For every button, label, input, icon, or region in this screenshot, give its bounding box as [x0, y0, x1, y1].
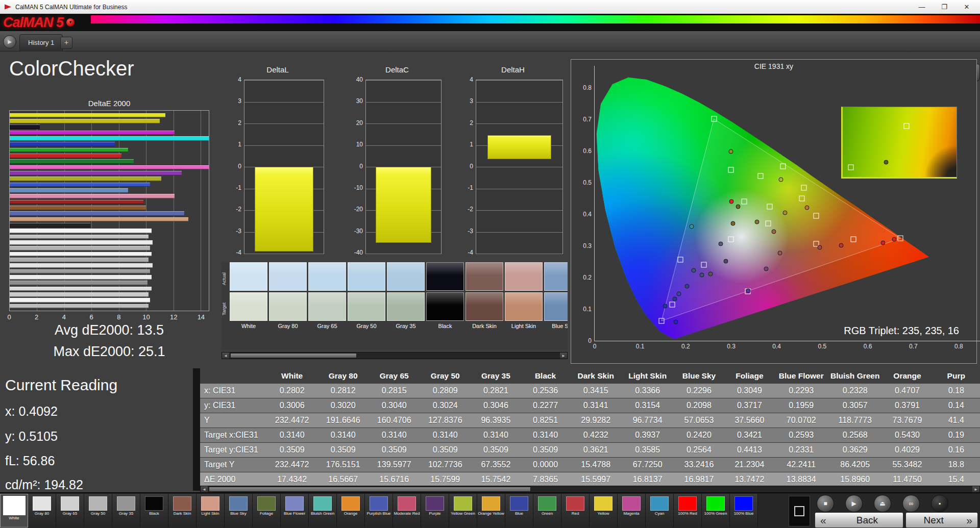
scroll-left-icon[interactable]: ◄ — [201, 486, 208, 492]
deltac-chart: DeltaC 403020100-10-20-30-40 — [351, 65, 443, 260]
deltal-chart-title: DeltaL — [230, 65, 326, 74]
pattern-swatch-100-blue[interactable]: 100% Blue — [730, 494, 758, 527]
gridline — [476, 167, 562, 167]
table-cell: 0.3049 — [724, 384, 774, 398]
add-tab-button[interactable]: + — [60, 37, 72, 49]
scrollbar-thumb[interactable] — [209, 487, 531, 492]
target-marker — [711, 116, 717, 122]
table-cell: 15.4 — [933, 472, 980, 487]
swatch-scrollbar[interactable]: ◄ ► — [222, 352, 568, 359]
target-marker — [814, 213, 819, 219]
table-cell: 0.3140 — [420, 428, 471, 443]
target-swatch — [505, 292, 543, 321]
title-bar: CalMAN 5 CalMAN Ultimate for Business — … — [0, 0, 980, 14]
scroll-right-icon[interactable]: ► — [972, 486, 979, 492]
stop-button[interactable]: ■ — [817, 495, 834, 512]
pattern-swatch-gray-50[interactable]: Gray 50 — [84, 494, 112, 527]
pattern-swatch-blue[interactable]: Blue — [505, 494, 533, 527]
actual-swatch — [387, 262, 425, 291]
deltae-bar — [10, 246, 209, 250]
pattern-swatch-white[interactable]: White — [0, 494, 28, 527]
pattern-swatch-cyan[interactable]: Cyan — [646, 494, 674, 527]
back-button[interactable]: « Back — [815, 512, 903, 528]
color-chip — [566, 496, 584, 511]
pattern-swatch-purple[interactable]: Purple — [421, 494, 449, 527]
eject-button[interactable]: ⏏ — [874, 495, 891, 512]
pattern-swatch-green[interactable]: Green — [533, 494, 561, 527]
column-header: Gray 50 — [420, 368, 471, 384]
pattern-swatch-blue-sky[interactable]: Blue Sky — [225, 494, 253, 527]
target-swatch — [269, 292, 307, 321]
pattern-swatch-yellow[interactable]: Yellow — [590, 494, 618, 527]
table-cell: 0.3006 — [266, 398, 317, 413]
pattern-swatch-100-green[interactable]: 100% Green — [702, 494, 730, 527]
deltae-bar — [10, 177, 209, 181]
scrollbar-thumb[interactable] — [230, 353, 357, 358]
gridline — [366, 123, 441, 124]
loop-button[interactable]: ∞ — [902, 495, 920, 512]
scroll-right-icon[interactable]: ► — [560, 353, 567, 359]
pattern-bar: WhiteGray 80Gray 65Gray 50Gray 35BlackDa… — [0, 492, 980, 528]
axis-tick-label: 0.2 — [576, 274, 592, 281]
pattern-swatch-bluish-green[interactable]: Bluish Green — [309, 494, 337, 527]
axis-tick-label: 40 — [356, 76, 363, 83]
gridline — [366, 254, 441, 254]
pattern-window-button[interactable] — [789, 496, 810, 526]
deltah-chart-title: DeltaH — [461, 65, 565, 74]
pattern-swatch-foliage[interactable]: Foliage — [253, 494, 281, 527]
pattern-swatch-100-red[interactable]: 100% Red — [674, 494, 702, 527]
table-cell: 0.3140 — [266, 428, 317, 443]
pattern-swatch-moderate-red[interactable]: Moderate Red — [393, 494, 421, 527]
deltae-bar — [10, 113, 209, 118]
actual-swatch — [465, 262, 503, 291]
axis-tick-label: 12 — [170, 313, 177, 321]
gridline — [476, 254, 562, 254]
target-marker — [801, 185, 807, 191]
pattern-swatch-red[interactable]: Red — [561, 494, 590, 527]
deltae-bar — [10, 217, 209, 222]
target-marker — [780, 164, 786, 169]
pattern-swatch-light-skin[interactable]: Light Skin — [197, 494, 225, 527]
pattern-window-icon — [794, 506, 804, 516]
column-header: Bluish Green — [828, 368, 882, 384]
play-button[interactable]: ▶ — [845, 495, 863, 512]
pattern-toggle-button[interactable]: ▪ — [931, 495, 948, 512]
pattern-swatch-blue-flower[interactable]: Blue Flower — [281, 494, 309, 527]
pattern-swatch-magenta[interactable]: Magenta — [618, 494, 646, 527]
pattern-swatch-purplish-blue[interactable]: Purplish Blue — [365, 494, 393, 527]
delta-bar — [255, 167, 313, 252]
axis-tick-label: 10 — [356, 141, 363, 148]
tab-history-1[interactable]: History 1 — [19, 34, 63, 52]
minimize-button[interactable]: — — [911, 0, 933, 14]
deltae-bar — [10, 298, 209, 303]
pattern-swatch-orange-yellow[interactable]: Orange Yellow — [477, 494, 505, 527]
measurement-dot — [729, 199, 733, 204]
pattern-swatch-gray-80[interactable]: Gray 80 — [28, 494, 56, 527]
pattern-swatch-yellow-green[interactable]: Yellow Green — [449, 494, 477, 527]
color-chip — [285, 496, 304, 511]
table-scrollbar[interactable]: ◄ ► — [200, 486, 980, 493]
maximize-button[interactable]: ❐ — [933, 0, 955, 14]
axis-tick-label: 0 — [7, 313, 11, 321]
deltae-bar — [10, 183, 209, 187]
expand-panel-button[interactable]: ▶ — [3, 35, 16, 48]
pattern-swatch-dark-skin[interactable]: Dark Skin — [168, 494, 197, 527]
close-button[interactable]: ✕ — [955, 0, 978, 14]
table-cell: 15.5997 — [570, 472, 622, 487]
scroll-left-icon[interactable]: ◄ — [222, 353, 229, 359]
table-cell: 0.3057 — [828, 398, 882, 413]
pattern-swatch-label: 100% Green — [702, 511, 729, 516]
avg-de2000-label: Avg dE2000: 13.5 — [9, 322, 209, 338]
table-cell: 0.19 — [933, 428, 980, 443]
table-cell: 160.4706 — [369, 413, 420, 428]
next-button[interactable]: Next » — [905, 512, 978, 528]
logo-menu-button[interactable]: ▼ — [66, 18, 75, 27]
pattern-swatch-label: Bluish Green — [309, 511, 336, 516]
table-cell: 0.2098 — [674, 398, 725, 413]
pattern-swatch-black[interactable]: Black — [140, 494, 168, 527]
table-cell: 42.2411 — [774, 458, 828, 472]
pattern-swatch-gray-35[interactable]: Gray 35 — [112, 494, 140, 527]
pattern-swatch-gray-65[interactable]: Gray 65 — [56, 494, 84, 527]
pattern-swatch-orange[interactable]: Orange — [337, 494, 365, 527]
swatch-column: Gray 35 — [387, 262, 425, 350]
